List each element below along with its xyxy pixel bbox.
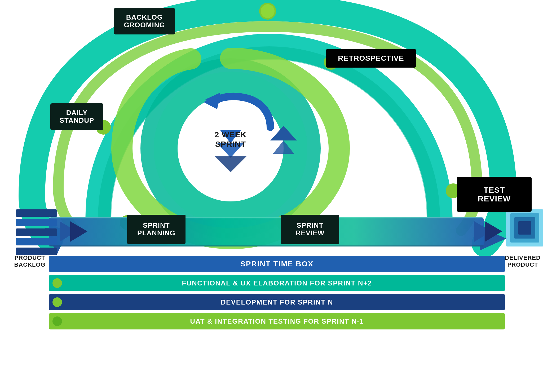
daily-standup-label: DAILY STANDUP — [50, 103, 103, 130]
diagram-container: BACKLOG GROOMING DAILY STANDUP RETROSPEC… — [0, 0, 543, 392]
backlog-grooming-label: BACKLOG GROOMING — [114, 8, 175, 34]
sprint-planning-text: SPRINT PLANNING — [137, 222, 175, 237]
svg-point-18 — [261, 4, 275, 18]
svg-rect-34 — [16, 238, 57, 245]
delivered-product-text: DELIVERED PRODUCT — [505, 254, 541, 268]
backlog-grooming-text: BACKLOG GROOMING — [124, 14, 165, 29]
test-review-label: TEST REVIEW — [457, 177, 532, 212]
product-backlog-label: PRODUCT BACKLOG — [7, 254, 53, 268]
sprint-time-box-bar: SPRINT TIME BOX — [49, 256, 505, 272]
uat-bar: UAT & INTEGRATION TESTING FOR SPRINT N-1 — [49, 313, 505, 329]
functional-ux-bar: FUNCTIONAL & UX ELABORATION FOR SPRINT N… — [49, 275, 505, 291]
svg-rect-39 — [518, 221, 531, 235]
two-week-sprint-label: 2 WEEK SPRINT — [201, 130, 260, 149]
sprint-planning-label: SPRINT PLANNING — [127, 215, 186, 244]
svg-rect-31 — [16, 209, 57, 217]
development-bar: DEVELOPMENT FOR SPRINT N — [49, 294, 505, 310]
delivered-product-label: DELIVERED PRODUCT — [502, 254, 543, 268]
daily-standup-text: DAILY STANDUP — [60, 109, 94, 124]
svg-rect-33 — [16, 228, 57, 236]
sprint-review-text: SPRINT REVIEW — [296, 222, 325, 237]
svg-rect-25 — [49, 217, 484, 218]
svg-rect-32 — [16, 219, 57, 226]
svg-rect-24 — [49, 217, 484, 246]
sprint-review-label: SPRINT REVIEW — [281, 215, 339, 244]
development-text: DEVELOPMENT FOR SPRINT N — [221, 298, 333, 306]
sprint-time-box-text: SPRINT TIME BOX — [240, 260, 314, 268]
two-week-sprint-text: 2 WEEK SPRINT — [214, 130, 246, 148]
svg-rect-35 — [16, 248, 57, 255]
svg-rect-26 — [49, 245, 484, 246]
product-backlog-text: PRODUCT BACKLOG — [14, 254, 45, 268]
functional-ux-text: FUNCTIONAL & UX ELABORATION FOR SPRINT N… — [182, 279, 372, 287]
test-review-text: TEST REVIEW — [478, 186, 511, 203]
retrospective-text: RETROSPECTIVE — [338, 54, 404, 63]
uat-text: UAT & INTEGRATION TESTING FOR SPRINT N-1 — [190, 318, 364, 325]
retrospective-label: RETROSPECTIVE — [326, 49, 416, 68]
